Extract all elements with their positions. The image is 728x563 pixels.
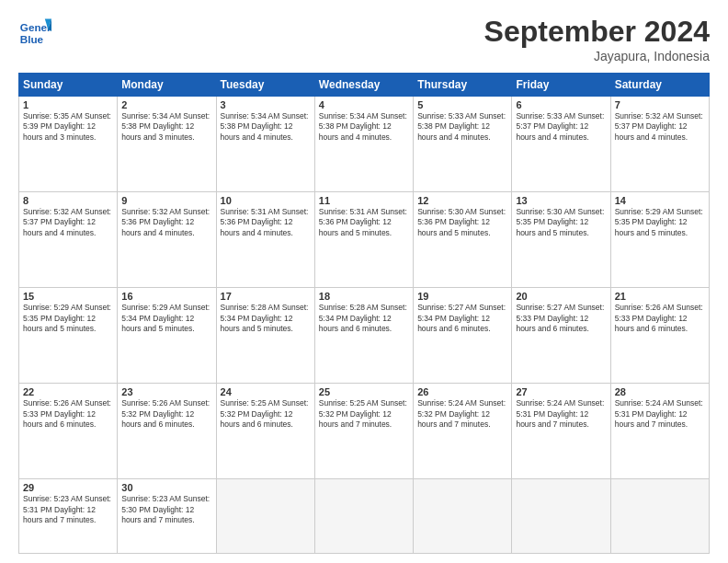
day-header-monday: Monday [118,74,216,97]
day-info: Sunrise: 5:30 AM Sunset: 5:35 PM Dayligh… [516,207,606,238]
week-row-2: 8Sunrise: 5:32 AM Sunset: 5:37 PM Daylig… [19,192,710,288]
day-header-wednesday: Wednesday [314,74,413,97]
page: General Blue September 2024 Jayapura, In… [0,0,728,563]
day-info: Sunrise: 5:34 AM Sunset: 5:38 PM Dayligh… [221,111,311,143]
day-number: 16 [121,291,211,302]
day-number: 9 [121,195,211,206]
calendar-cell: 18Sunrise: 5:28 AM Sunset: 5:34 PM Dayli… [314,288,413,384]
day-info: Sunrise: 5:25 AM Sunset: 5:32 PM Dayligh… [221,398,311,430]
day-header-friday: Friday [512,74,610,97]
header: General Blue September 2024 Jayapura, In… [18,15,710,63]
calendar-cell: 4Sunrise: 5:34 AM Sunset: 5:38 PM Daylig… [314,97,413,192]
day-info: Sunrise: 5:29 AM Sunset: 5:34 PM Dayligh… [121,303,211,334]
calendar-cell: 28Sunrise: 5:24 AM Sunset: 5:31 PM Dayli… [610,384,709,479]
calendar-cell: 24Sunrise: 5:25 AM Sunset: 5:32 PM Dayli… [216,384,314,479]
logo-icon: General Blue [18,15,51,48]
day-header-sunday: Sunday [19,74,118,97]
week-row-1: 1Sunrise: 5:35 AM Sunset: 5:39 PM Daylig… [19,97,710,192]
calendar-cell: 8Sunrise: 5:32 AM Sunset: 5:37 PM Daylig… [19,192,118,288]
day-number: 20 [516,291,606,302]
day-number: 26 [417,386,507,397]
month-title: September 2024 [484,15,710,49]
day-number: 12 [417,195,507,206]
calendar-cell: 17Sunrise: 5:28 AM Sunset: 5:34 PM Dayli… [216,288,314,384]
calendar-cell: 19Sunrise: 5:27 AM Sunset: 5:34 PM Dayli… [414,288,512,384]
day-number: 13 [516,195,606,206]
calendar-cell: 9Sunrise: 5:32 AM Sunset: 5:36 PM Daylig… [118,192,216,288]
day-info: Sunrise: 5:29 AM Sunset: 5:35 PM Dayligh… [23,303,113,334]
day-number: 22 [23,386,113,397]
week-row-3: 15Sunrise: 5:29 AM Sunset: 5:35 PM Dayli… [19,288,710,384]
day-info: Sunrise: 5:27 AM Sunset: 5:34 PM Dayligh… [417,303,507,334]
day-number: 14 [615,195,705,206]
calendar-cell: 22Sunrise: 5:26 AM Sunset: 5:33 PM Dayli… [19,384,118,479]
calendar-cell: 13Sunrise: 5:30 AM Sunset: 5:35 PM Dayli… [512,192,610,288]
calendar-table: SundayMondayTuesdayWednesdayThursdayFrid… [18,73,710,554]
calendar-cell: 10Sunrise: 5:31 AM Sunset: 5:36 PM Dayli… [216,192,314,288]
day-number: 19 [417,291,507,302]
day-info: Sunrise: 5:23 AM Sunset: 5:31 PM Dayligh… [23,494,113,525]
day-info: Sunrise: 5:26 AM Sunset: 5:32 PM Dayligh… [121,398,211,430]
calendar-cell: 30Sunrise: 5:23 AM Sunset: 5:30 PM Dayli… [118,479,216,554]
day-number: 28 [615,386,705,397]
day-info: Sunrise: 5:24 AM Sunset: 5:31 PM Dayligh… [516,398,606,430]
day-info: Sunrise: 5:32 AM Sunset: 5:37 PM Dayligh… [23,207,113,238]
day-info: Sunrise: 5:25 AM Sunset: 5:32 PM Dayligh… [319,398,409,430]
calendar-cell: 23Sunrise: 5:26 AM Sunset: 5:32 PM Dayli… [118,384,216,479]
day-info: Sunrise: 5:34 AM Sunset: 5:38 PM Dayligh… [121,111,211,143]
calendar-cell: 12Sunrise: 5:30 AM Sunset: 5:36 PM Dayli… [414,192,512,288]
calendar-header-row: SundayMondayTuesdayWednesdayThursdayFrid… [19,74,710,97]
calendar-cell: 1Sunrise: 5:35 AM Sunset: 5:39 PM Daylig… [19,97,118,192]
day-info: Sunrise: 5:28 AM Sunset: 5:34 PM Dayligh… [221,303,311,334]
day-number: 30 [121,482,211,493]
day-number: 3 [221,99,311,110]
calendar-cell: 25Sunrise: 5:25 AM Sunset: 5:32 PM Dayli… [314,384,413,479]
calendar-cell [216,479,314,554]
calendar-cell: 16Sunrise: 5:29 AM Sunset: 5:34 PM Dayli… [118,288,216,384]
day-number: 5 [417,99,507,110]
day-info: Sunrise: 5:32 AM Sunset: 5:36 PM Dayligh… [121,207,211,238]
day-info: Sunrise: 5:32 AM Sunset: 5:37 PM Dayligh… [615,111,705,143]
calendar-cell: 3Sunrise: 5:34 AM Sunset: 5:38 PM Daylig… [216,97,314,192]
calendar-cell: 2Sunrise: 5:34 AM Sunset: 5:38 PM Daylig… [118,97,216,192]
day-info: Sunrise: 5:30 AM Sunset: 5:36 PM Dayligh… [417,207,507,238]
calendar-cell: 21Sunrise: 5:26 AM Sunset: 5:33 PM Dayli… [610,288,709,384]
calendar-cell: 27Sunrise: 5:24 AM Sunset: 5:31 PM Dayli… [512,384,610,479]
day-header-thursday: Thursday [414,74,512,97]
calendar-cell [610,479,709,554]
calendar-cell: 7Sunrise: 5:32 AM Sunset: 5:37 PM Daylig… [610,97,709,192]
day-number: 18 [319,291,409,302]
day-number: 23 [121,386,211,397]
day-info: Sunrise: 5:26 AM Sunset: 5:33 PM Dayligh… [615,303,705,334]
location: Jayapura, Indonesia [484,49,710,63]
day-info: Sunrise: 5:34 AM Sunset: 5:38 PM Dayligh… [319,111,409,143]
day-number: 25 [319,386,409,397]
day-header-tuesday: Tuesday [216,74,314,97]
day-info: Sunrise: 5:31 AM Sunset: 5:36 PM Dayligh… [221,207,311,238]
day-info: Sunrise: 5:33 AM Sunset: 5:38 PM Dayligh… [417,111,507,143]
day-number: 21 [615,291,705,302]
day-info: Sunrise: 5:24 AM Sunset: 5:31 PM Dayligh… [615,398,705,430]
day-number: 8 [23,195,113,206]
calendar-cell [414,479,512,554]
calendar-cell: 5Sunrise: 5:33 AM Sunset: 5:38 PM Daylig… [414,97,512,192]
day-number: 4 [319,99,409,110]
day-info: Sunrise: 5:24 AM Sunset: 5:32 PM Dayligh… [417,398,507,430]
day-info: Sunrise: 5:33 AM Sunset: 5:37 PM Dayligh… [516,111,606,143]
week-row-4: 22Sunrise: 5:26 AM Sunset: 5:33 PM Dayli… [19,384,710,479]
calendar-cell: 15Sunrise: 5:29 AM Sunset: 5:35 PM Dayli… [19,288,118,384]
logo: General Blue [18,15,55,48]
title-area: September 2024 Jayapura, Indonesia [484,15,710,63]
calendar-cell: 29Sunrise: 5:23 AM Sunset: 5:31 PM Dayli… [19,479,118,554]
calendar-cell [512,479,610,554]
day-number: 11 [319,195,409,206]
day-info: Sunrise: 5:23 AM Sunset: 5:30 PM Dayligh… [121,494,211,525]
calendar-cell: 6Sunrise: 5:33 AM Sunset: 5:37 PM Daylig… [512,97,610,192]
day-header-saturday: Saturday [610,74,709,97]
day-number: 7 [615,99,705,110]
day-number: 17 [221,291,311,302]
calendar-cell: 26Sunrise: 5:24 AM Sunset: 5:32 PM Dayli… [414,384,512,479]
day-number: 2 [121,99,211,110]
calendar-cell: 20Sunrise: 5:27 AM Sunset: 5:33 PM Dayli… [512,288,610,384]
day-info: Sunrise: 5:28 AM Sunset: 5:34 PM Dayligh… [319,303,409,334]
